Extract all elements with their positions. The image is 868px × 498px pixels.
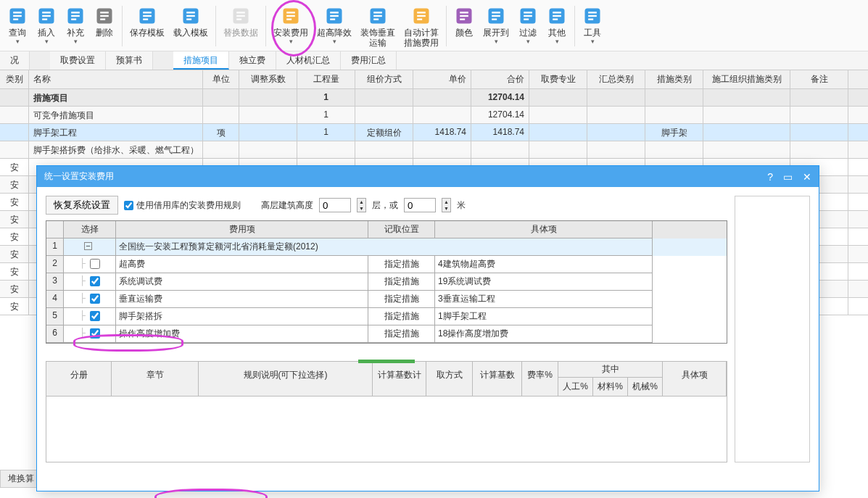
- toolbar-label: 替换数据: [223, 28, 258, 38]
- fee-row[interactable]: 1−全国统一安装工程预算定额河北省消耗量定额(2012): [46, 238, 727, 256]
- svg-rect-51: [492, 19, 497, 20]
- toolbar-label: 过滤: [519, 28, 537, 38]
- close-icon[interactable]: ✕: [803, 171, 811, 183]
- toolbar-label: 插入: [38, 28, 55, 38]
- col-item: 费用项: [116, 221, 368, 238]
- toolbar-icon: [411, 6, 431, 26]
- fee-row[interactable]: 4├垂直运输费指定措施3垂直运输工程: [46, 291, 727, 308]
- fee-checkbox[interactable]: [90, 276, 100, 286]
- toolbar-label: 安装费用: [273, 28, 308, 38]
- dialog-titlebar[interactable]: 统一设置安装费用 ? ▭ ✕: [37, 166, 819, 187]
- toolbar-删除[interactable]: 删除: [90, 4, 119, 39]
- toolbar-label: 颜色: [455, 28, 473, 38]
- use-rule-checkbox-label[interactable]: 使用借用库的安装费用规则: [124, 199, 241, 212]
- restore-button[interactable]: 恢复系统设置: [46, 196, 118, 215]
- tab-独立费[interactable]: 独立费: [229, 51, 276, 70]
- grid-row[interactable]: 脚手架搭拆费（给排水、采暖、燃气工程）: [0, 141, 868, 159]
- height-floors-input[interactable]: [319, 198, 351, 212]
- tab-人材机汇总[interactable]: 人材机汇总: [276, 51, 341, 70]
- toolbar-自动计算措施费用[interactable]: 自动计算措施费用: [400, 4, 443, 49]
- maximize-icon[interactable]: ▭: [783, 171, 793, 183]
- svg-rect-18: [143, 15, 152, 17]
- toolbar-icon: [368, 6, 388, 26]
- grid-row[interactable]: 措施项目112704.14: [0, 89, 868, 107]
- toolbar-载入模板[interactable]: 载入模板: [169, 4, 212, 39]
- toolbar-插入[interactable]: 插入▾: [32, 4, 61, 46]
- toolbar-label: 装饰垂直运输: [360, 28, 395, 48]
- fee-row[interactable]: 6├操作高度增加费指定措施18操作高度增加费: [46, 325, 727, 343]
- spinner-1[interactable]: ▲▼: [357, 198, 366, 212]
- toolbar-其他[interactable]: 其他▾: [542, 4, 571, 46]
- spinner-2[interactable]: ▲▼: [442, 198, 451, 212]
- fee-row[interactable]: 5├脚手架搭拆指定措施1脚手架工程: [46, 308, 727, 325]
- svg-rect-59: [553, 19, 558, 20]
- toolbar-查询[interactable]: 查询▾: [3, 4, 32, 46]
- fee-checkbox[interactable]: [90, 328, 100, 339]
- svg-rect-17: [143, 12, 152, 13]
- height-meters-input[interactable]: [404, 198, 436, 212]
- help-icon[interactable]: ?: [767, 171, 773, 183]
- svg-rect-38: [373, 15, 382, 17]
- toolbar-补充[interactable]: 补充▾: [61, 4, 90, 46]
- grid-header: 措施类别: [645, 70, 703, 88]
- toolbar-过滤[interactable]: 过滤▾: [513, 4, 542, 46]
- svg-rect-49: [492, 12, 500, 13]
- fee-row[interactable]: 3├系统调试费指定措施19系统调试费: [46, 273, 727, 291]
- tab-预算书[interactable]: 预算书: [106, 51, 153, 70]
- fee-checkbox[interactable]: [90, 259, 100, 269]
- toolbar-超高降效[interactable]: 超高降效▾: [313, 4, 356, 46]
- svg-rect-58: [553, 15, 561, 17]
- col-location: 记取位置: [368, 221, 435, 238]
- svg-rect-47: [460, 19, 465, 20]
- toolbar-工具[interactable]: 工具▾: [578, 4, 607, 46]
- svg-rect-26: [236, 15, 245, 17]
- grid-header: 组价方式: [355, 70, 413, 88]
- toolbar-安装费用[interactable]: 安装费用▾: [269, 4, 313, 46]
- fee-row[interactable]: 2├超高费指定措施4建筑物超高费: [46, 256, 727, 273]
- toolbar-label: 保存模板: [130, 28, 165, 38]
- grid-row[interactable]: 可竞争措施项目112704.14: [0, 107, 868, 124]
- svg-rect-34: [330, 15, 339, 17]
- toolbar-icon: [281, 6, 301, 26]
- grid-row[interactable]: 脚手架工程项1定额组价1418.741418.74脚手架: [0, 124, 868, 141]
- svg-rect-9: [71, 12, 80, 13]
- svg-rect-55: [524, 19, 529, 20]
- dialog-title-text: 统一设置安装费用: [44, 170, 114, 183]
- dropdown-arrow-icon: ▾: [526, 38, 530, 45]
- grid-header: 施工组织措施类别: [703, 70, 790, 88]
- tab-取费设置[interactable]: 取费设置: [50, 51, 106, 70]
- svg-rect-21: [186, 12, 195, 13]
- annotation-circle-row: [154, 489, 268, 498]
- svg-rect-6: [42, 15, 51, 17]
- fee-checkbox[interactable]: [90, 294, 100, 304]
- toolbar-icon: [181, 6, 201, 26]
- grid-header: 取费专业: [529, 70, 587, 88]
- toolbar-icon: [7, 6, 28, 26]
- toolbar-装饰垂直运输[interactable]: 装饰垂直运输: [356, 4, 400, 49]
- grid-header: 备注: [790, 70, 848, 88]
- toolbar-icon: [36, 6, 57, 26]
- tree-collapse-icon[interactable]: −: [84, 242, 92, 250]
- grid-header: 调整系数: [239, 70, 297, 88]
- splitter-handle[interactable]: [358, 360, 415, 363]
- toolbar-label: 自动计算措施费用: [404, 28, 439, 48]
- svg-rect-5: [42, 12, 51, 13]
- toolbar-label: 补充: [67, 28, 84, 38]
- toolbar-label: 删除: [96, 28, 113, 38]
- tab-措施项目[interactable]: 措施项目: [173, 51, 229, 70]
- dropdown-arrow-icon: ▾: [45, 38, 49, 45]
- grid-header: 工程量: [297, 70, 355, 88]
- svg-rect-10: [71, 15, 80, 17]
- toolbar-icon: [231, 6, 251, 26]
- dropdown-arrow-icon: ▾: [333, 38, 336, 45]
- toolbar-展开到[interactable]: 展开到▾: [479, 4, 513, 46]
- toolbar-保存模板[interactable]: 保存模板: [125, 4, 169, 39]
- toolbar-icon: [486, 6, 506, 26]
- fee-checkbox[interactable]: [90, 311, 100, 321]
- tab-费用汇总[interactable]: 费用汇总: [341, 51, 397, 70]
- use-rule-checkbox[interactable]: [124, 201, 133, 210]
- svg-rect-29: [286, 12, 295, 13]
- fee-table: 选择 费用项 记取位置 具体项 1−全国统一安装工程预算定额河北省消耗量定额(2…: [46, 220, 727, 344]
- tab-况[interactable]: 况: [0, 51, 30, 70]
- toolbar-颜色[interactable]: 颜色: [450, 4, 479, 39]
